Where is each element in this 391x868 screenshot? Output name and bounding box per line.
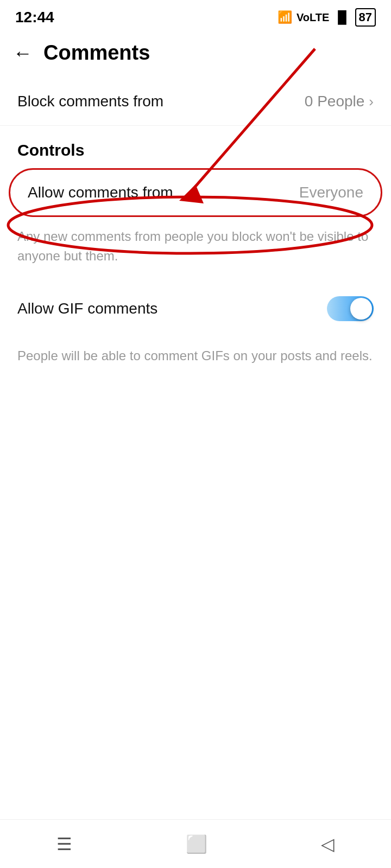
page-title: Comments [43, 41, 150, 65]
block-comments-count: 0 People [305, 93, 365, 110]
allow-gif-row: Allow GIF comments [0, 281, 391, 336]
status-icons: 📶 VoLTE ▐▌ 87 [278, 8, 376, 27]
allow-gif-label: Allow GIF comments [17, 300, 157, 317]
wifi-icon: 📶 [278, 10, 292, 24]
back-button[interactable]: ← [13, 43, 33, 63]
back-nav-button[interactable]: ◁ [321, 834, 335, 854]
gif-toggle[interactable] [327, 296, 374, 321]
allow-comments-description: Any new comments from people you block w… [0, 217, 391, 281]
allow-comments-value: Everyone [299, 184, 363, 201]
block-comments-label: Block comments from [17, 93, 163, 110]
bottom-nav: ☰ ⬜ ◁ [0, 819, 391, 868]
status-time: 12:44 [15, 9, 54, 26]
page-header: ← Comments [0, 33, 391, 78]
allow-comments-label: Allow comments from [28, 184, 173, 201]
controls-heading: Controls [0, 126, 391, 168]
home-button[interactable]: ⬜ [186, 834, 207, 854]
cellular-icon: ▐▌ [333, 10, 350, 24]
allow-comments-row[interactable]: Allow comments from Everyone [9, 168, 382, 217]
block-comments-value[interactable]: 0 People › [305, 93, 374, 110]
battery-indicator: 87 [355, 8, 376, 27]
chevron-right-icon: › [369, 93, 374, 110]
content-area: Block comments from 0 People › Controls … [0, 78, 391, 381]
gif-description: People will be able to comment GIFs on y… [0, 336, 391, 381]
signal-icon: VoLTE [297, 11, 329, 24]
block-comments-row[interactable]: Block comments from 0 People › [0, 78, 391, 126]
toggle-knob [350, 298, 372, 320]
menu-button[interactable]: ☰ [56, 834, 72, 854]
status-bar: 12:44 📶 VoLTE ▐▌ 87 [0, 0, 391, 33]
